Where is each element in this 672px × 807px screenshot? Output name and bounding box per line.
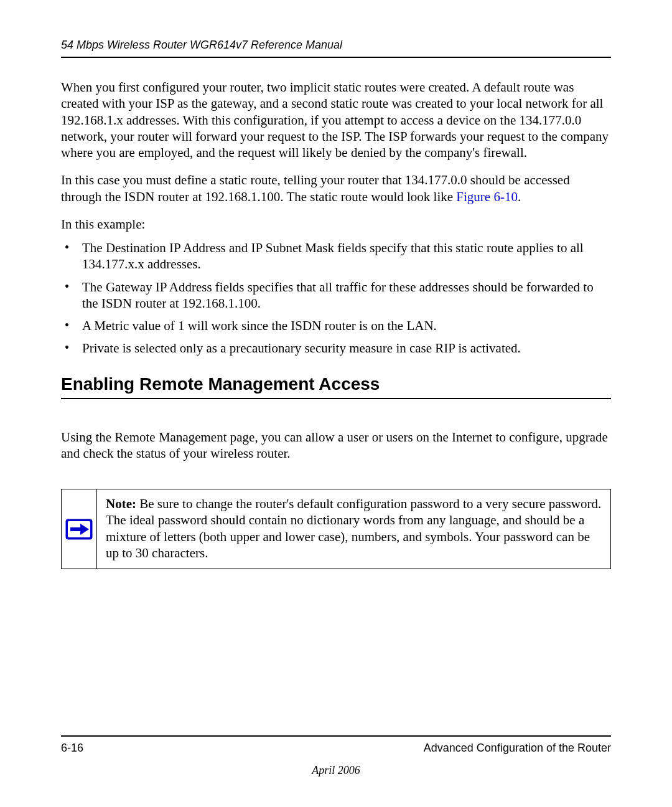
note-icon-cell xyxy=(61,489,97,569)
note-label: Note: xyxy=(106,496,136,511)
header-title: 54 Mbps Wireless Router WGR614v7 Referen… xyxy=(61,39,342,51)
list-item: The Gateway IP Address fields specifies … xyxy=(61,279,611,312)
page-header: 54 Mbps Wireless Router WGR614v7 Referen… xyxy=(61,39,611,58)
p2-text-after: . xyxy=(518,189,521,204)
note-box: Note: Be sure to change the router's def… xyxy=(61,489,611,569)
list-item: The Destination IP Address and IP Subnet… xyxy=(61,240,611,273)
note-text: Be sure to change the router's default c… xyxy=(106,496,601,560)
list-item: A Metric value of 1 will work since the … xyxy=(61,318,611,334)
body-paragraph-1: When you first configured your router, t… xyxy=(61,79,611,161)
section-heading: Enabling Remote Management Access xyxy=(61,374,611,399)
list-item: Private is selected only as a precaution… xyxy=(61,340,611,356)
example-bullet-list: The Destination IP Address and IP Subnet… xyxy=(61,240,611,357)
page-number: 6-16 xyxy=(61,742,83,755)
footer-date: April 2006 xyxy=(0,764,672,777)
arrow-right-icon xyxy=(65,519,93,540)
chapter-title: Advanced Configuration of the Router xyxy=(424,742,611,755)
example-intro: In this example: xyxy=(61,216,611,232)
note-text-cell: Note: Be sure to change the router's def… xyxy=(97,489,611,569)
section-paragraph: Using the Remote Management page, you ca… xyxy=(61,429,611,462)
body-paragraph-2: In this case you must define a static ro… xyxy=(61,172,611,205)
figure-link[interactable]: Figure 6-10 xyxy=(456,189,518,204)
page-footer: 6-16 Advanced Configuration of the Route… xyxy=(61,735,611,755)
